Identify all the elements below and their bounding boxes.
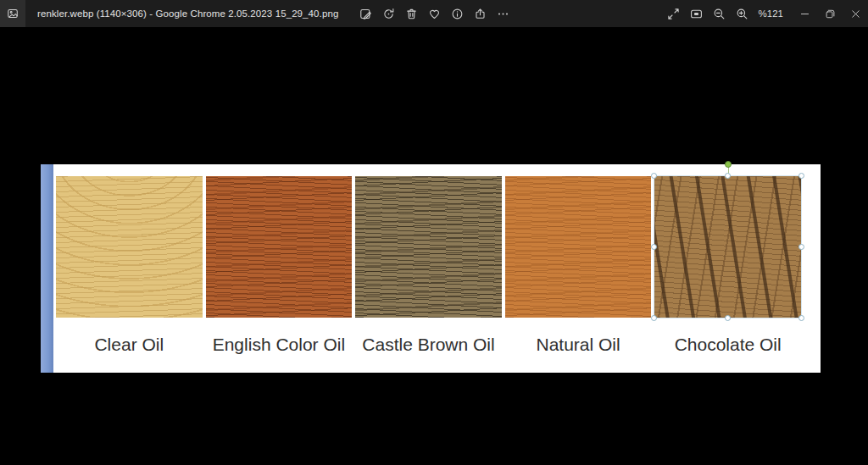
zoom-out-button[interactable] [710, 2, 729, 25]
window-title: renkler.webp (1140×306) - Google Chrome … [37, 8, 338, 19]
titlebar: renkler.webp (1140×306) - Google Chrome … [0, 0, 868, 27]
rotation-handle[interactable] [725, 161, 732, 168]
swatch-column: Castle Brown Oil [355, 176, 502, 355]
wood-swatch [654, 176, 801, 318]
view-controls [665, 2, 752, 25]
wood-swatch [56, 176, 203, 318]
toolbar [356, 0, 512, 27]
restore-icon [825, 8, 836, 19]
actual-size-button[interactable] [665, 2, 683, 25]
swatch-row: Clear Oil English Color Oil [56, 176, 801, 355]
swatch-label: Natural Oil [536, 335, 620, 355]
close-button[interactable] [843, 0, 868, 27]
selection-handle-top-left[interactable] [651, 173, 657, 179]
fit-to-window-button[interactable] [687, 2, 706, 25]
fit-to-window-icon [690, 8, 703, 20]
gallery-toggle-button[interactable] [0, 0, 25, 27]
selection-overlay [654, 176, 801, 318]
edit-image-button[interactable] [356, 2, 375, 25]
zoom-level: %121 [759, 8, 783, 19]
edit-image-icon [359, 8, 372, 20]
info-icon [451, 8, 464, 20]
restore-button[interactable] [817, 0, 843, 27]
swatch-label: Castle Brown Oil [362, 335, 494, 355]
selection-handle-mid-left[interactable] [651, 244, 657, 250]
wood-swatch [206, 176, 353, 318]
rotate-button[interactable] [379, 2, 398, 25]
swatch-label: English Color Oil [213, 335, 345, 355]
minimize-button[interactable] [792, 0, 817, 27]
close-icon [850, 8, 861, 19]
zoom-out-icon [713, 8, 726, 20]
viewer-stage: Clear Oil English Color Oil [0, 27, 868, 465]
actual-size-icon [667, 8, 680, 20]
window-controls [792, 0, 868, 27]
selection-handle-top-center[interactable] [725, 173, 731, 179]
swatch-label: Clear Oil [94, 335, 164, 355]
swatch-column: English Color Oil [206, 176, 353, 355]
selection-handle-mid-right[interactable] [798, 244, 804, 250]
info-button[interactable] [448, 2, 466, 25]
favorite-button[interactable] [425, 2, 443, 25]
more-icon [497, 8, 509, 20]
rotate-icon [382, 8, 395, 20]
titlebar-right: %121 [665, 0, 868, 27]
delete-icon [405, 8, 418, 20]
selection-handle-bottom-center[interactable] [725, 315, 731, 321]
wood-swatch [355, 176, 502, 318]
swatch-column: Clear Oil [56, 176, 203, 355]
swatch-label: Chocolate Oil [675, 335, 782, 355]
favorite-icon [428, 8, 441, 20]
photo-canvas: Clear Oil English Color Oil [41, 164, 821, 373]
zoom-in-button[interactable] [733, 2, 752, 25]
selection-handle-top-right[interactable] [798, 173, 804, 179]
selection-handle-bottom-left[interactable] [651, 315, 657, 321]
scrollbar-strip [41, 164, 53, 373]
wood-swatch [505, 176, 652, 318]
selection-handle-bottom-right[interactable] [798, 315, 804, 321]
swatch-column: Chocolate Oil [654, 176, 801, 355]
minimize-icon [799, 8, 810, 19]
more-button[interactable] [493, 2, 512, 25]
zoom-in-icon [736, 8, 748, 20]
share-icon [474, 8, 487, 20]
image-icon [7, 8, 19, 19]
share-button[interactable] [470, 2, 489, 25]
swatch-column: Natural Oil [505, 176, 652, 355]
delete-button[interactable] [402, 2, 420, 25]
